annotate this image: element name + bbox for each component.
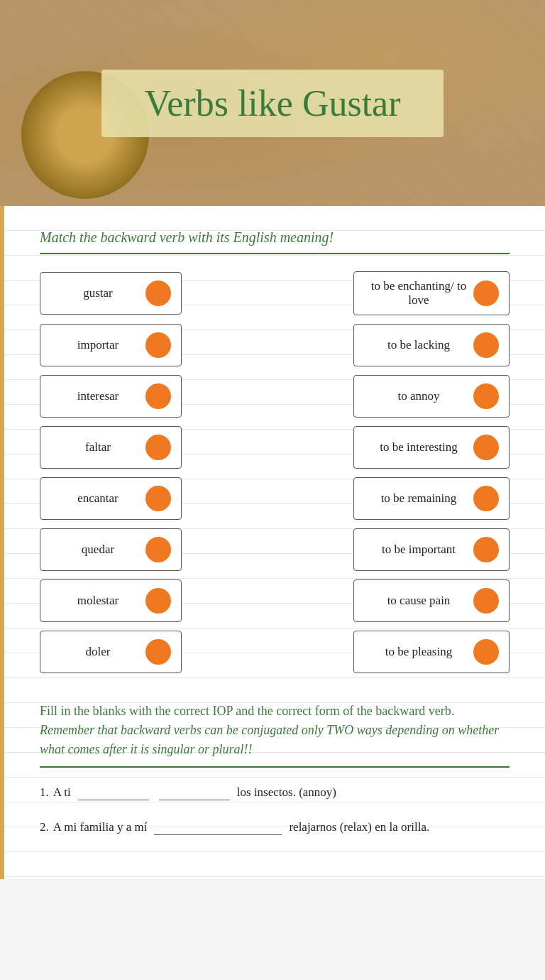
verb-spanish: encantar (50, 491, 145, 506)
dot-left[interactable] (145, 486, 171, 511)
dot-left[interactable] (145, 383, 171, 409)
match-card-right[interactable]: to be interesting (353, 426, 510, 469)
connector (185, 293, 351, 294)
match-card-right[interactable]: to be remaining (353, 477, 510, 520)
match-card-left[interactable]: encantar (40, 477, 182, 520)
fill-instruction-italic: Remember that backward verbs can be conj… (40, 723, 499, 756)
verb-english: to be interesting (364, 440, 473, 454)
page-title: Verbs like Gustar (144, 82, 400, 124)
verb-spanish: gustar (50, 286, 145, 300)
match-card-left[interactable]: faltar (40, 426, 182, 469)
verb-spanish: interesar (50, 389, 145, 403)
match-card-left[interactable]: quedar (40, 528, 182, 571)
match-card-right[interactable]: to be lacking (353, 324, 510, 366)
verb-spanish: importar (50, 338, 145, 352)
match-row: importar to be lacking (40, 324, 510, 366)
fill-blank-1[interactable] (78, 785, 149, 800)
verb-english: to be enchanting/ to love (364, 279, 473, 307)
match-card-right[interactable]: to be important (353, 528, 510, 571)
dot-right[interactable] (473, 281, 499, 306)
verb-spanish: doler (50, 645, 145, 659)
main-content: Match the backward verb with its English… (0, 206, 545, 879)
verb-spanish: quedar (50, 543, 145, 557)
match-row: interesar to annoy (40, 375, 510, 418)
fill-blank-2[interactable] (159, 785, 230, 800)
match-row: quedar to be important (40, 528, 510, 571)
dot-right[interactable] (473, 486, 499, 511)
verb-spanish: faltar (50, 440, 145, 454)
match-card-left[interactable]: interesar (40, 375, 182, 418)
match-row: molestar to cause pain (40, 579, 510, 622)
match-row: doler to be pleasing (40, 631, 510, 673)
hero-title-box: Verbs like Gustar (101, 70, 443, 137)
match-card-right[interactable]: to annoy (353, 375, 510, 418)
match-card-left[interactable]: gustar (40, 272, 182, 315)
fill-text-before: A ti (53, 782, 71, 804)
connector (185, 651, 351, 653)
fill-text-after: relajarnos (relax) en la orilla. (289, 817, 429, 839)
connector (185, 396, 351, 397)
connector (185, 549, 351, 550)
match-card-left[interactable]: molestar (40, 579, 182, 622)
section1-title: Match the backward verb with its English… (40, 227, 510, 254)
match-card-right[interactable]: to cause pain (353, 579, 510, 622)
dot-right[interactable] (473, 588, 499, 614)
match-row: encantar to be remaining (40, 477, 510, 520)
dot-right[interactable] (473, 435, 499, 460)
fill-instructions: Fill in the blanks with the correct IOP … (40, 702, 510, 768)
fill-number: 1. (40, 782, 49, 804)
dot-right[interactable] (473, 537, 499, 562)
match-container: gustar to be enchanting/ to love importa… (40, 271, 510, 673)
verb-spanish: molestar (50, 594, 145, 608)
verb-english: to be important (364, 543, 473, 557)
verb-english: to cause pain (364, 594, 473, 608)
verb-english: to annoy (364, 389, 473, 403)
fill-section: Fill in the blanks with the correct IOP … (40, 702, 510, 838)
verb-english: to be pleasing (364, 645, 473, 659)
match-row: faltar to be interesting (40, 426, 510, 469)
connector (185, 600, 351, 601)
dot-left[interactable] (145, 537, 171, 562)
verb-english: to be remaining (364, 491, 473, 506)
match-row: gustar to be enchanting/ to love (40, 271, 510, 315)
fill-text-after: los insectos. (annoy) (237, 782, 336, 804)
fill-item-2: 2. A mi familia y a mí relajarnos (relax… (40, 817, 510, 839)
dot-left[interactable] (145, 332, 171, 358)
hero-section: Verbs like Gustar (0, 0, 545, 206)
verb-english: to be lacking (364, 338, 473, 352)
dot-left[interactable] (145, 639, 171, 665)
fill-text-before: A mi familia y a mí (53, 817, 148, 839)
dot-left[interactable] (145, 435, 171, 460)
dot-left[interactable] (145, 588, 171, 614)
match-card-right[interactable]: to be pleasing (353, 631, 510, 673)
dot-right[interactable] (473, 332, 499, 358)
fill-instruction-main: Fill in the blanks with the correct IOP … (40, 704, 454, 718)
dot-left[interactable] (145, 281, 171, 306)
fill-item-1: 1. A ti los insectos. (annoy) (40, 782, 510, 804)
fill-blank-wide[interactable] (154, 820, 282, 835)
connector (185, 498, 351, 499)
match-card-right[interactable]: to be enchanting/ to love (353, 271, 510, 315)
match-card-left[interactable]: doler (40, 631, 182, 673)
dot-right[interactable] (473, 383, 499, 409)
match-card-left[interactable]: importar (40, 324, 182, 366)
dot-right[interactable] (473, 639, 499, 665)
connector (185, 447, 351, 448)
connector (185, 344, 351, 346)
fill-number: 2. (40, 817, 49, 839)
